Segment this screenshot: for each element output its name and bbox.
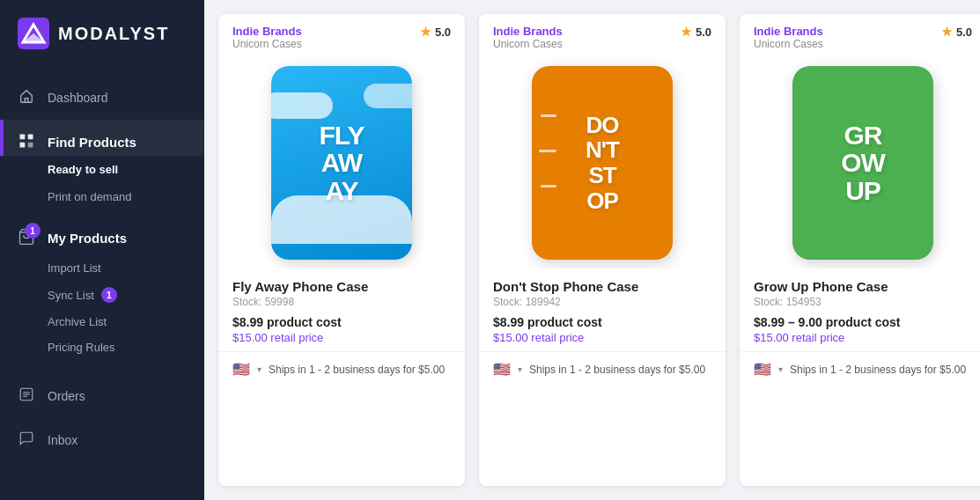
sidebar-item-find-products-label: Find Products xyxy=(48,135,136,150)
card-header-dont-stop: Indie Brands Unicorn Cases ★ 5.0 xyxy=(479,14,726,57)
my-products-subnav: Import List Sync List 1 Archive List Pri… xyxy=(0,252,204,367)
sidebar-item-pricing-rules[interactable]: Pricing Rules xyxy=(48,335,204,360)
case-text-fly-away: FLYAWAY xyxy=(320,121,365,205)
sidebar-item-archive-list[interactable]: Archive List xyxy=(48,309,204,335)
find-products-subnav: Ready to sell Print on demand xyxy=(0,156,204,210)
sidebar-item-my-products[interactable]: 1 My Products xyxy=(0,217,204,252)
sidebar-item-import-list[interactable]: Import List xyxy=(48,255,204,281)
star-icon-dont-stop: ★ xyxy=(681,25,692,39)
card-header-fly-away: Indie Brands Unicorn Cases ★ 5.0 xyxy=(218,14,465,57)
card-price-fly-away: $8.99 product cost xyxy=(232,315,451,329)
card-brand-supplier-fly-away: Indie Brands Unicorn Cases xyxy=(232,25,302,50)
card-brand-fly-away: Indie Brands xyxy=(232,25,302,38)
svg-rect-3 xyxy=(20,135,26,140)
case-text-grow-up: GROWUP xyxy=(841,121,885,205)
product-card-dont-stop[interactable]: Indie Brands Unicorn Cases ★ 5.0 DON'TST… xyxy=(479,14,726,486)
sidebar-item-ready-to-sell[interactable]: Ready to sell xyxy=(48,156,204,183)
main-content: Indie Brands Unicorn Cases ★ 5.0 FLYAWAY… xyxy=(204,0,980,500)
modalyst-logo-icon xyxy=(18,18,49,49)
svg-rect-6 xyxy=(28,143,33,148)
logo-area: MODALYST xyxy=(0,0,204,67)
sidebar-navigation: Dashboard Find Products Ready to sell Pr… xyxy=(0,67,204,500)
sidebar-item-find-products[interactable]: Find Products xyxy=(0,120,204,156)
card-brand-supplier-grow-up: Indie Brands Unicorn Cases xyxy=(754,25,823,50)
card-stock-grow-up: Stock: 154953 xyxy=(754,296,972,308)
card-image-fly-away: FLYAWAY xyxy=(218,57,465,268)
case-text-dont-stop: DON'TSTOP xyxy=(586,113,619,213)
cart-icon: 1 xyxy=(18,228,35,248)
logo-text: MODALYST xyxy=(58,24,169,44)
chevron-down-grow-up[interactable]: ▾ xyxy=(778,364,783,374)
flag-fly-away: 🇺🇸 xyxy=(232,361,250,378)
cloud-top-left xyxy=(271,92,333,119)
card-brand-supplier-dont-stop: Indie Brands Unicorn Cases xyxy=(493,25,563,50)
active-bar xyxy=(0,120,4,156)
chevron-down-dont-stop[interactable]: ▾ xyxy=(518,364,522,374)
card-stock-dont-stop: Stock: 189942 xyxy=(493,296,711,308)
card-image-dont-stop: DON'TSTOP xyxy=(479,57,726,268)
speed-line-2 xyxy=(539,150,556,152)
speed-line-3 xyxy=(541,185,556,188)
card-retail-dont-stop: $15.00 retail price xyxy=(493,331,711,344)
phone-case-grow-up: GROWUP xyxy=(792,66,933,260)
card-title-fly-away: Fly Away Phone Case xyxy=(232,279,451,294)
sidebar-item-dashboard[interactable]: Dashboard xyxy=(0,76,204,120)
svg-rect-5 xyxy=(20,143,26,148)
orders-icon xyxy=(18,386,35,406)
sidebar-item-my-products-label: My Products xyxy=(48,231,127,246)
star-icon-grow-up: ★ xyxy=(941,25,953,39)
sidebar-item-orders[interactable]: Orders xyxy=(0,374,204,418)
sidebar-item-sync-list[interactable]: Sync List 1 xyxy=(48,281,204,309)
card-supplier-grow-up: Unicorn Cases xyxy=(754,38,823,50)
phone-case-dont-stop: DON'TSTOP xyxy=(532,66,673,260)
sidebar-item-print-on-demand[interactable]: Print on demand xyxy=(48,183,204,210)
sidebar-item-inbox[interactable]: Inbox xyxy=(0,418,204,462)
product-card-grow-up[interactable]: Indie Brands Unicorn Cases ★ 5.0 GROWUP … xyxy=(740,14,980,486)
sidebar-item-inbox-label: Inbox xyxy=(48,433,77,447)
card-shipping-dont-stop: 🇺🇸 ▾ Ships in 1 - 2 business days for $5… xyxy=(479,351,726,386)
card-image-grow-up: GROWUP xyxy=(740,57,980,268)
sync-list-badge: 1 xyxy=(101,287,117,303)
home-icon xyxy=(18,88,35,107)
svg-rect-4 xyxy=(28,135,33,140)
card-supplier-dont-stop: Unicorn Cases xyxy=(493,38,563,50)
star-icon-fly-away: ★ xyxy=(420,25,431,39)
sidebar-item-dashboard-label: Dashboard xyxy=(48,91,108,105)
chevron-down-fly-away[interactable]: ▾ xyxy=(257,364,262,374)
card-price-dont-stop: $8.99 product cost xyxy=(493,315,711,329)
card-rating-dont-stop: ★ 5.0 xyxy=(681,25,711,39)
card-shipping-grow-up: 🇺🇸 ▾ Ships in 1 - 2 business days for $5… xyxy=(740,351,980,386)
card-info-fly-away: Fly Away Phone Case Stock: 59998 $8.99 p… xyxy=(218,268,465,351)
card-info-grow-up: Grow Up Phone Case Stock: 154953 $8.99 –… xyxy=(740,268,980,351)
product-card-fly-away[interactable]: Indie Brands Unicorn Cases ★ 5.0 FLYAWAY… xyxy=(218,14,465,486)
card-header-grow-up: Indie Brands Unicorn Cases ★ 5.0 xyxy=(740,14,980,57)
card-rating-grow-up: ★ 5.0 xyxy=(941,25,972,39)
sidebar: MODALYST Dashboard Find Products Ready t… xyxy=(0,0,204,500)
card-stock-fly-away: Stock: 59998 xyxy=(232,296,451,308)
card-supplier-fly-away: Unicorn Cases xyxy=(232,38,302,50)
card-shipping-fly-away: 🇺🇸 ▾ Ships in 1 - 2 business days for $5… xyxy=(218,351,465,386)
card-brand-dont-stop: Indie Brands xyxy=(493,25,563,38)
flag-grow-up: 🇺🇸 xyxy=(754,361,771,378)
flag-dont-stop: 🇺🇸 xyxy=(493,361,511,378)
card-title-grow-up: Grow Up Phone Case xyxy=(754,279,972,294)
card-rating-fly-away: ★ 5.0 xyxy=(420,25,451,39)
find-products-icon xyxy=(18,132,35,152)
sidebar-item-orders-label: Orders xyxy=(48,389,85,403)
cloud-top-right xyxy=(364,84,412,108)
card-retail-fly-away: $15.00 retail price xyxy=(232,331,451,344)
phone-case-fly-away: FLYAWAY xyxy=(271,66,412,260)
speed-line-1 xyxy=(541,114,556,117)
card-info-dont-stop: Don't Stop Phone Case Stock: 189942 $8.9… xyxy=(479,268,726,351)
card-price-grow-up: $8.99 – 9.00 product cost xyxy=(754,315,972,329)
inbox-icon xyxy=(18,430,35,450)
card-title-dont-stop: Don't Stop Phone Case xyxy=(493,279,711,294)
card-brand-grow-up: Indie Brands xyxy=(754,25,823,38)
my-products-badge: 1 xyxy=(25,223,41,239)
card-retail-grow-up: $15.00 retail price xyxy=(754,331,972,344)
